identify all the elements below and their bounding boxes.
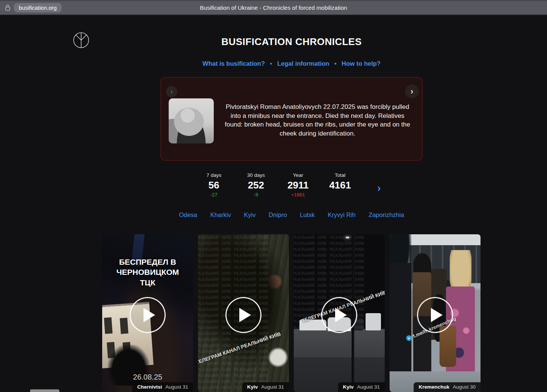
chevron-left-icon: ‹ — [171, 88, 173, 96]
video-city: Kyiv — [343, 384, 354, 390]
main-content: BUSIFICATION CHRONICLES What is busifica… — [102, 36, 481, 392]
top-navigation: What is busification? • Legal informatio… — [102, 60, 481, 67]
play-button[interactable] — [225, 297, 261, 333]
video-date: August 31 — [261, 384, 284, 390]
city-link-kyiv[interactable]: Kyiv — [244, 211, 255, 218]
play-button[interactable] — [130, 297, 166, 333]
stat-delta — [328, 192, 352, 198]
carousel-prev-button[interactable]: ‹ — [166, 86, 177, 97]
victim-carousel: ‹ › Pivtoratskyi Roman Anatoliyovych 22.… — [160, 77, 423, 161]
video-city: Kyiv — [247, 384, 258, 390]
city-link-lutsk[interactable]: Lutsk — [300, 211, 314, 218]
video-card-kyiv-2[interactable]: РЕАЛЬНИЙ КИЇВ РЕАЛЬНИЙ КИЇВ РЕАЛЬНИЙ КИЇ… — [294, 234, 385, 392]
victim-story-text: Pivtoratskyi Roman Anatoliyovych 22.07.2… — [221, 103, 414, 138]
site-heading: BUSIFICATION CHRONICLES — [102, 36, 481, 48]
video-date: August 31 — [357, 384, 380, 390]
stat-delta: -9 — [244, 192, 267, 198]
play-icon — [335, 308, 347, 322]
play-icon — [239, 308, 251, 322]
stat-value: 56 — [202, 179, 225, 191]
stat-label: Total — [328, 172, 352, 178]
stat-30-days: 30 days 252 -9 — [244, 172, 267, 198]
city-link-dnipro[interactable]: Dnipro — [269, 211, 287, 218]
video-city: Chernivtsi — [137, 384, 162, 390]
stat-value: 252 — [244, 179, 267, 191]
video-card-kyiv-1[interactable]: РЕАЛЬНИЙ КИЇВ РЕАЛЬНИЙ КИЇВ РЕАЛЬНИЙ КИЇ… — [198, 234, 289, 392]
stat-value: 4161 — [328, 179, 352, 191]
stat-label: 7 days — [202, 172, 225, 178]
play-icon — [431, 308, 443, 322]
site-logo-peace-icon[interactable] — [73, 32, 89, 48]
video-footer: Chernivtsi August 31 — [132, 382, 193, 392]
lock-icon — [5, 4, 11, 11]
nav-separator: • — [334, 60, 337, 67]
video-card-kremenchuk[interactable]: ➤ t.me/h_kremenchug Kremenchuk August 30 — [390, 234, 481, 392]
city-link-kryvyi-rih[interactable]: Kryvyi Rih — [328, 211, 355, 218]
victim-photo — [169, 98, 214, 143]
chevron-right-icon: › — [411, 87, 413, 96]
stat-total: Total 4161 — [328, 172, 352, 198]
carousel-next-button[interactable]: › — [405, 84, 419, 98]
nav-link-how-to-help[interactable]: How to help? — [341, 60, 381, 67]
video-footer: Kremenchuk August 30 — [414, 382, 481, 392]
play-button[interactable] — [417, 297, 453, 333]
stat-delta: +1661 — [286, 192, 310, 198]
video-date: August 31 — [165, 384, 188, 390]
video-footer: Kyiv August 31 — [242, 382, 289, 392]
stat-label: Year — [286, 172, 310, 178]
city-link-zaporizhzhia[interactable]: Zaporizhzhia — [369, 211, 404, 218]
stat-7-days: 7 days 56 -27 — [202, 172, 225, 198]
nav-link-what-is-busification[interactable]: What is busification? — [202, 60, 265, 67]
nav-separator: • — [270, 60, 272, 67]
city-links-row: Odesa Kharkiv Kyiv Dnipro Lutsk Kryvyi R… — [102, 211, 481, 219]
video-card-chernivtsi[interactable]: БЕСПРЕДЕЛ В ЧЕРНОВИЦКОМ ТЦК 26.08.25 Che… — [102, 234, 193, 392]
stat-value: 2911 — [286, 179, 310, 191]
play-button[interactable] — [321, 297, 357, 333]
address-bar[interactable]: busification.org — [14, 3, 62, 12]
stats-row: 7 days 56 -27 30 days 252 -9 Year 2911 +… — [102, 172, 481, 198]
city-link-odesa[interactable]: Odesa — [179, 211, 197, 218]
city-link-kharkiv[interactable]: Kharkiv — [210, 211, 231, 218]
play-icon — [144, 308, 155, 322]
video-city: Kremenchuk — [419, 384, 449, 390]
nav-link-legal-information[interactable]: Legal information — [277, 60, 329, 67]
video-overlay-date: 26.08.25 — [102, 373, 193, 381]
stats-more-chevron-icon[interactable]: › — [377, 184, 381, 192]
video-overlay-title: БЕСПРЕДЕЛ В ЧЕРНОВИЦКОМ ТЦК — [109, 257, 187, 288]
video-date: August 30 — [453, 384, 476, 390]
browser-topbar: busification.org Busification of Ukraine… — [0, 0, 547, 15]
stat-delta: -27 — [202, 192, 225, 198]
page-title: Busification of Ukraine - Chronicles of … — [0, 5, 547, 11]
horizontal-scrollbar-thumb[interactable] — [30, 389, 59, 392]
video-grid: БЕСПРЕДЕЛ В ЧЕРНОВИЦКОМ ТЦК 26.08.25 Che… — [102, 234, 481, 392]
stat-year: Year 2911 +1661 — [286, 172, 310, 198]
stat-label: 30 days — [244, 172, 267, 178]
video-footer: Kyiv August 31 — [338, 382, 385, 392]
